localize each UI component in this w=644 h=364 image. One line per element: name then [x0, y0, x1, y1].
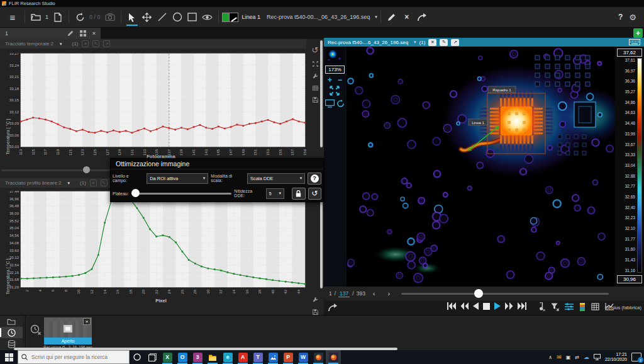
viewer-detach-button[interactable]: ✕	[428, 39, 436, 46]
chart1-header[interactable]: Tracciato temporale 2 ▾ (1) ✕✎↗	[0, 39, 306, 48]
refresh-button[interactable]	[72, 9, 87, 25]
clear-recent-icon[interactable]	[30, 324, 42, 336]
image-optimization-icon[interactable]	[565, 303, 574, 310]
delete-roi-button[interactable]: ×	[399, 9, 414, 25]
rename-tab-icon[interactable]	[67, 30, 74, 37]
dialog-help-button[interactable]: ?	[308, 173, 321, 185]
viewer-export-button[interactable]: ↗	[451, 39, 459, 46]
filter-off-icon[interactable]	[551, 303, 559, 311]
values-table-icon[interactable]	[591, 303, 599, 310]
next-frame-chevron[interactable]: ›	[383, 290, 396, 297]
move-tool-button[interactable]	[140, 9, 155, 25]
temperature-span-toggle-icon[interactable]	[538, 302, 545, 311]
data-table-icon[interactable]	[311, 86, 319, 91]
palette-icon[interactable]	[579, 303, 586, 311]
sequence-select-dropdown[interactable]: Rec-prova t540-00..._06_43_26_196.seq ▾	[267, 9, 377, 25]
layout-grid-icon[interactable]	[80, 30, 86, 37]
thermal-image-view[interactable]: Riquadro 1Linea 1	[347, 47, 615, 287]
stop-button[interactable]	[483, 303, 490, 310]
taskbar-app-powerpoint[interactable]: P	[280, 350, 296, 364]
level-span-select[interactable]: Da ROI attiva ▾	[147, 173, 208, 184]
edit-icon[interactable]: ✎	[92, 40, 99, 47]
overview-thumbnail[interactable]	[326, 48, 345, 63]
taskbar-search[interactable]	[18, 350, 130, 364]
scrubber-handle[interactable]	[474, 289, 483, 298]
taskbar-app-outlook[interactable]: O	[175, 350, 190, 364]
snapshot-button[interactable]	[103, 9, 118, 25]
settings-wrench-icon[interactable]	[311, 297, 319, 302]
previous-frame-chevron[interactable]: ‹	[368, 290, 380, 297]
unit-label[interactable]: Celsius (fabbrica)	[605, 305, 641, 310]
zoom-out-button[interactable]: −	[335, 76, 345, 84]
play-button[interactable]	[494, 302, 501, 310]
onedrive-cloud-icon[interactable]: ☁	[584, 354, 589, 360]
tray-chevron-icon[interactable]: ∧	[548, 355, 552, 360]
network-icon[interactable]	[594, 354, 601, 360]
add-view-button[interactable]: +	[633, 28, 643, 38]
profile-plot-chart[interactable]: 37,4436,9636,4836,0035,5235,0434,5634,08…	[2, 191, 306, 303]
rewind-button[interactable]	[460, 302, 469, 310]
line-roi-label[interactable]: Linea 1	[472, 121, 484, 125]
fit-to-window-icon[interactable]	[330, 86, 340, 96]
taskbar-app-photos[interactable]	[265, 350, 280, 364]
taskbar-app-word[interactable]: W	[296, 350, 311, 364]
panel-scrollbar[interactable]	[320, 189, 323, 288]
cortana-button[interactable]	[130, 350, 145, 364]
taskbar-app-flir-research-studio[interactable]	[326, 350, 341, 364]
rename-roi-button[interactable]	[384, 9, 399, 25]
taskbar-app-teams[interactable]: T	[250, 350, 265, 364]
panel-scrollbar[interactable]	[320, 40, 323, 147]
line-roi-tool-button[interactable]	[155, 9, 170, 25]
rectangle-roi-tool-button[interactable]	[185, 9, 200, 25]
start-button[interactable]	[0, 350, 18, 364]
library-folder-tab[interactable]	[0, 316, 23, 327]
detach-icon[interactable]: ✕	[90, 179, 97, 186]
open-file-button[interactable]	[28, 9, 43, 25]
viewer-edit-button[interactable]: ✎	[440, 39, 448, 46]
temporal-plot-chart[interactable]: 33,2733,2433,2133,1833,1533,1233,0933,06…	[2, 53, 306, 162]
mail-icon[interactable]: ✉	[557, 354, 562, 360]
dde-sharpness-select[interactable]: 5 ▾	[266, 188, 284, 199]
slider-handle[interactable]	[131, 189, 140, 197]
zoom-in-button[interactable]: +	[325, 76, 335, 84]
settings-wrench-icon[interactable]	[311, 73, 319, 79]
color-scale-bar[interactable]	[637, 58, 642, 273]
display-mode-icon[interactable]	[325, 100, 335, 108]
keyboard-icon[interactable]	[629, 39, 640, 45]
help-button[interactable]: ?	[618, 13, 623, 21]
taskbar-app-acrobat[interactable]: A	[235, 350, 250, 364]
save-icon[interactable]	[311, 97, 319, 103]
recent-recordings-tab[interactable]	[0, 327, 23, 338]
edit-icon[interactable]: ✎	[101, 179, 108, 186]
tray-app-icon[interactable]: ▣	[566, 355, 571, 360]
visibility-tool-button[interactable]	[200, 9, 215, 25]
close-recording-button[interactable]: ×	[83, 318, 91, 325]
export-icon[interactable]: ↗	[103, 40, 110, 47]
zoom-level-indicator[interactable]: 173%	[325, 65, 345, 74]
scale-mode-select[interactable]: Scala DDE ▾	[247, 173, 305, 184]
taskbar-app-file-explorer[interactable]	[205, 350, 220, 364]
select-tool-button[interactable]	[125, 9, 140, 25]
rotate-icon[interactable]	[336, 100, 345, 108]
taskbar-app-edge[interactable]: e	[220, 350, 235, 364]
step-back-button[interactable]	[473, 302, 479, 310]
lock-scale-button[interactable]	[292, 188, 305, 200]
ellipse-roi-tool-button[interactable]	[170, 9, 185, 25]
scale-min-value[interactable]: 30,96	[617, 275, 642, 283]
new-document-button[interactable]	[50, 9, 65, 25]
frame-position-input[interactable]: 137	[338, 290, 350, 297]
box-roi-label[interactable]: Riquadro 1	[492, 88, 511, 92]
viewer-sequence-select[interactable]: Rec-prova t540-...6_43_26_196.seq	[328, 40, 408, 45]
task-view-button[interactable]	[145, 350, 160, 364]
reset-zoom-icon[interactable]: ↺	[312, 45, 319, 55]
skip-to-start-button[interactable]	[447, 302, 456, 310]
hamburger-menu-button[interactable]: ≡	[4, 9, 21, 25]
workspace-tab-1[interactable]: 1 ×	[0, 28, 101, 39]
scale-max-value[interactable]: 37,62	[617, 48, 642, 57]
expand-icon[interactable]	[311, 61, 319, 67]
search-input[interactable]	[30, 353, 125, 361]
plateau-slider[interactable]	[131, 189, 232, 198]
export-sequence-icon[interactable]	[328, 304, 338, 312]
notification-center-button[interactable]: 2	[631, 353, 641, 361]
dialog-reset-button[interactable]: ↺	[308, 188, 321, 200]
